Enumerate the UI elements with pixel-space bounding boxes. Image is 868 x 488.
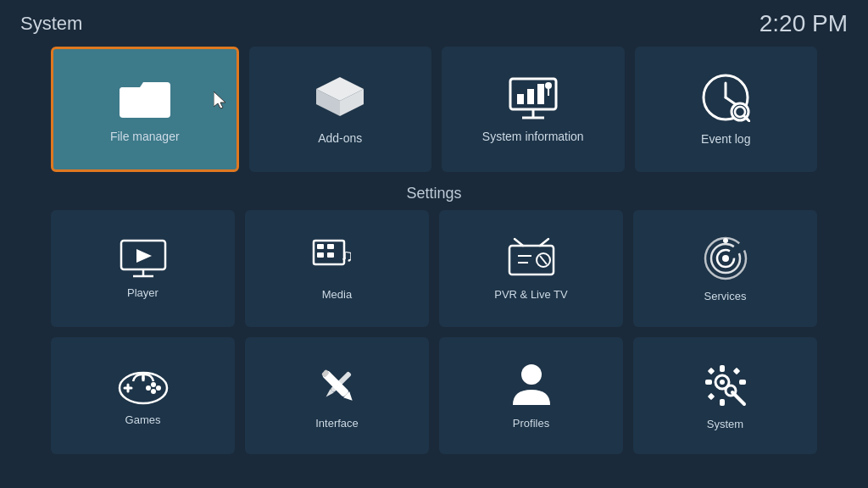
svg-point-45 [156,385,161,391]
tile-system-information-label: System information [482,130,584,143]
svg-point-39 [722,255,729,262]
tile-media[interactable]: ♫ Media [245,210,429,327]
svg-rect-0 [120,87,170,118]
page-title: System [20,13,82,35]
settings-row-1: Player ♫ Media [51,210,817,327]
svg-point-55 [720,380,725,385]
tile-media-label: Media [322,288,352,301]
svg-point-53 [521,364,542,385]
svg-point-40 [723,238,728,243]
svg-rect-8 [527,89,534,104]
tile-services-label: Services [704,290,747,302]
svg-rect-27 [327,252,334,258]
tile-system-label: System [707,418,743,430]
settings-row-2: Games Interface Profiles [51,337,817,454]
svg-rect-60 [707,367,714,374]
svg-rect-9 [537,84,544,104]
svg-text:♫: ♫ [341,246,353,264]
svg-rect-62 [707,392,714,399]
tile-interface[interactable]: Interface [245,337,429,454]
top-row: File manager Add-ons System information [51,47,817,172]
svg-point-64 [726,385,736,396]
svg-rect-59 [739,380,746,385]
tile-player-label: Player [127,286,159,299]
svg-point-10 [545,82,552,89]
svg-rect-57 [720,399,725,406]
tile-system[interactable]: System [633,337,817,454]
tile-services[interactable]: Services [633,210,817,327]
svg-point-44 [151,382,156,387]
header: System 2:20 PM [0,0,868,47]
tile-games[interactable]: Games [51,337,235,454]
tile-file-manager[interactable]: File manager [51,47,239,172]
svg-rect-29 [509,246,554,274]
tile-games-label: Games [125,413,161,426]
tile-event-log-label: Event log [701,132,750,146]
svg-marker-22 [136,249,152,263]
svg-rect-7 [517,94,524,104]
svg-rect-61 [732,367,739,374]
svg-rect-24 [317,244,324,249]
tile-add-ons-label: Add-ons [318,131,362,145]
svg-rect-25 [327,244,334,249]
tile-add-ons[interactable]: Add-ons [249,47,432,172]
svg-rect-26 [317,252,324,258]
svg-rect-56 [720,365,725,372]
clock: 2:20 PM [760,10,848,37]
tile-player[interactable]: Player [51,210,235,327]
svg-rect-58 [705,380,712,385]
tile-pvr-live-tv-label: PVR & Live TV [494,288,567,301]
tile-file-manager-label: File manager [110,130,180,143]
settings-heading: Settings [0,185,868,202]
tile-profiles-label: Profiles [513,417,549,430]
tile-event-log[interactable]: Event log [635,47,818,172]
svg-point-46 [151,389,156,394]
tile-profiles[interactable]: Profiles [439,337,623,454]
svg-line-35 [540,256,547,264]
tile-pvr-live-tv[interactable]: PVR & Live TV [439,210,623,327]
svg-point-47 [146,385,151,391]
tile-system-information[interactable]: System information [442,47,625,172]
tile-interface-label: Interface [315,417,359,430]
